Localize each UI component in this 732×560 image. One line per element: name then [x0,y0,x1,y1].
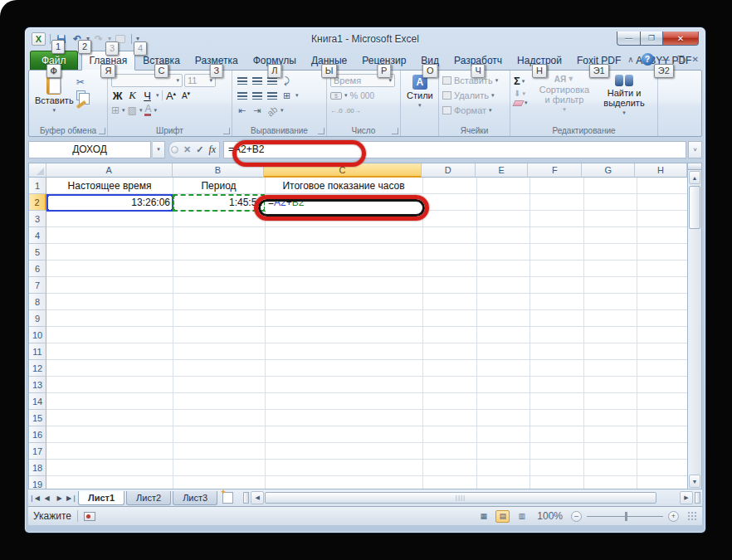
splitter-handle[interactable] [171,146,178,153]
split-handle[interactable] [688,163,701,170]
row-header[interactable]: 8 [29,294,46,310]
align-right-button[interactable] [266,90,278,102]
row-header[interactable]: 16 [29,426,46,443]
font-color-button[interactable]: А [144,105,151,116]
page-layout-view-button[interactable]: ▤ [495,510,510,523]
column-header[interactable]: D [422,163,476,178]
row-header[interactable]: 3 [29,211,46,227]
styles-button[interactable]: А Стили ▾ [404,73,436,124]
orientation-button[interactable]: ab [263,101,281,119]
row-header[interactable]: 9 [29,310,46,327]
cut-button[interactable]: ✂ [76,76,90,88]
row-header[interactable]: 15 [29,410,46,426]
row-header[interactable]: 12 [29,360,46,377]
select-all-corner[interactable] [29,163,46,178]
paste-button[interactable]: Вставить ▾ [32,73,76,124]
help-icon[interactable]: ? [642,53,654,66]
font-name-combo[interactable]: ▾ [111,74,183,87]
vertical-scrollbar[interactable]: ▲ ▼ [687,163,701,489]
tab-split-handle[interactable] [243,492,249,504]
zoom-out-button[interactable]: – [571,511,582,522]
normal-view-button[interactable]: ▦ [476,510,490,523]
scroll-thumb[interactable] [689,186,700,229]
enter-button[interactable]: ✓ [196,144,203,155]
ribbon-tab[interactable]: Рецензир Р [354,51,413,70]
column-header[interactable]: A [46,163,173,178]
format-painter-button[interactable] [76,100,86,109]
tab-split-handle[interactable] [695,492,700,504]
row-header[interactable]: 11 [29,343,46,360]
name-box-dropdown[interactable]: ▾ [153,141,165,158]
column-header[interactable]: F [528,163,582,178]
row-header[interactable]: 5 [29,244,46,261]
workbook-minimize-icon[interactable]: — [661,55,670,64]
ribbon-tab[interactable]: Формулы Л [246,51,304,70]
scroll-left-icon[interactable]: ◀ [251,491,264,504]
zoom-slider[interactable] [587,516,663,517]
redo-button[interactable]: ↷ [92,33,105,45]
resize-grip[interactable] [687,511,697,521]
insert-function-button[interactable]: fx [208,144,216,156]
macro-record-icon[interactable] [84,512,95,521]
borders-button[interactable]: ⊞ [111,105,120,116]
row-header[interactable]: 14 [29,393,46,410]
row-header[interactable]: 13 [29,377,46,393]
align-middle-button[interactable] [251,75,263,87]
dialog-launcher-icon[interactable] [223,128,230,134]
collapse-ribbon-icon[interactable]: ∧ [627,55,633,64]
shrink-font-button[interactable]: А▾ [180,90,193,100]
column-header[interactable]: B [173,163,265,178]
ribbon-tab[interactable]: Разметка З [188,51,246,70]
row-header[interactable]: 4 [29,227,46,244]
row-header[interactable]: 1 [29,178,46,194]
decrease-indent-button[interactable]: ⇤ [236,105,248,117]
autosum-button[interactable]: Σ [514,75,520,87]
column-header[interactable]: G [582,163,635,178]
align-center-button[interactable] [251,90,263,102]
close-button[interactable]: ✕ [663,32,699,46]
ribbon-tab[interactable]: Foxit PDF Э1 [569,51,628,70]
ribbon-tab[interactable]: Разработч Ч [447,51,510,70]
excel-logo-icon[interactable]: X [32,32,46,46]
cell-A1[interactable]: Настоящее время [46,178,173,194]
merge-center-button[interactable]: ⊞ [281,90,293,102]
sheet-tab-1[interactable]: Лист1 [78,491,124,505]
workbook-restore-icon[interactable]: ❐ [677,55,685,64]
sheet-tab-2[interactable]: Лист2 [126,491,171,505]
formula-input[interactable]: =A2+B2 [223,141,686,158]
find-select-button[interactable]: Найти и выделить ▾ [594,73,654,124]
ribbon-tab[interactable]: Данные Ы [304,51,354,70]
clear-button[interactable] [512,100,524,106]
zoom-level[interactable]: 100% [537,510,563,522]
row-header[interactable]: 10 [29,327,46,343]
dialog-launcher-icon[interactable] [99,128,105,134]
prev-sheet-button[interactable]: ◀ [41,494,53,502]
expand-formula-bar-button[interactable]: ˅ [688,141,702,158]
cell-B1[interactable]: Период [173,178,265,194]
copy-button[interactable] [76,90,85,100]
fill-color-button[interactable]: ▨ [128,105,137,116]
insert-sheet-button[interactable] [222,492,233,504]
bold-button[interactable]: Ж [111,90,124,102]
wrap-text-button[interactable]: ⤸ [281,75,293,87]
italic-button[interactable]: К [126,89,139,102]
percent-button[interactable]: % [350,90,359,100]
align-top-button[interactable] [236,75,248,87]
scroll-up-icon[interactable]: ▲ [689,171,700,184]
row-header[interactable]: 6 [29,261,46,277]
zoom-in-button[interactable]: + [668,511,679,522]
ribbon-tab[interactable]: Надстрой Н [510,51,569,70]
grow-font-button[interactable]: А▴ [165,90,178,102]
dialog-launcher-icon[interactable] [392,128,398,134]
dialog-launcher-icon[interactable] [318,128,325,134]
column-header[interactable]: E [476,163,529,178]
zoom-slider-knob[interactable] [625,512,627,521]
underline-button[interactable]: Ч [141,90,154,102]
row-header[interactable]: 18 [29,460,46,476]
page-break-view-button[interactable]: ▥ [515,510,529,523]
increase-decimal-button[interactable]: ←.0 [330,107,343,114]
first-sheet-button[interactable]: ❘◀ [28,494,41,502]
workbook-close-icon[interactable]: ✕ [692,55,699,64]
sheet-tab-3[interactable]: Лист3 [173,491,217,505]
scroll-down-icon[interactable]: ▼ [689,475,700,488]
